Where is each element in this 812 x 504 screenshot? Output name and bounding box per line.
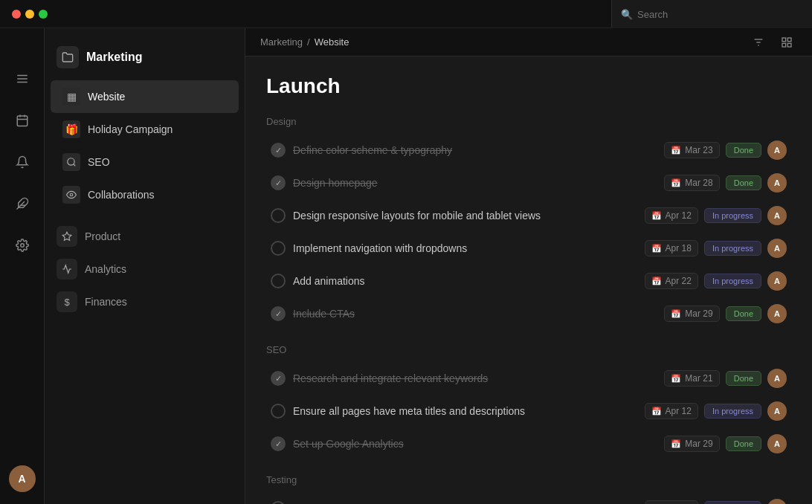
task-title: Implement navigation with dropdowns — [293, 242, 637, 254]
breadcrumb: Marketing / Website — [260, 36, 349, 48]
search-input[interactable] — [637, 9, 803, 20]
task-title: Research and integrate relevant keywords — [293, 372, 657, 384]
calendar-icon: 📅 — [671, 178, 681, 188]
icon-bar: A — [0, 28, 45, 504]
task-row[interactable]: Ensure all pages have meta titles and de… — [266, 395, 791, 427]
task-check-done[interactable] — [271, 306, 286, 321]
sidebar-group-product[interactable]: Product — [45, 220, 245, 253]
nav-calendar-icon[interactable] — [9, 107, 36, 134]
svg-rect-20 — [787, 43, 791, 47]
sidebar-header: Marketing — [45, 40, 245, 80]
sidebar-item-website[interactable]: ▦ Website — [51, 80, 239, 113]
task-check-done[interactable] — [271, 371, 286, 386]
search-icon: 🔍 — [621, 9, 633, 20]
task-meta: 📅 Apr 12In progressA — [645, 206, 787, 225]
status-badge: In progress — [704, 274, 761, 288]
sidebar-group-analytics-label: Analytics — [85, 263, 126, 275]
task-check-done[interactable] — [271, 143, 286, 158]
task-row[interactable]: Design homepage📅 Mar 28DoneA — [266, 167, 791, 198]
task-date: 📅 Apr 18 — [645, 240, 698, 256]
user-avatar[interactable]: A — [9, 465, 36, 492]
task-date: 📅 Mar 23 — [664, 142, 719, 158]
calendar-icon: 📅 — [671, 374, 681, 384]
breadcrumb-parent: Marketing — [260, 36, 303, 48]
content-area: Launch DesignDefine color scheme & typog… — [245, 56, 812, 504]
task-check-open[interactable] — [271, 501, 286, 504]
page-title: Launch — [266, 74, 791, 98]
task-check-open[interactable] — [271, 274, 286, 288]
calendar-icon: 📅 — [671, 146, 681, 155]
sidebar-item-holiday-campaign[interactable]: 🎁 Holiday Campaign — [51, 113, 239, 146]
task-row[interactable]: Set up Google Analytics📅 Mar 29DoneA — [266, 428, 791, 459]
sidebar-item-collaborations-label: Collaborations — [88, 189, 155, 201]
task-meta: 📅 Mar 21DoneA — [664, 369, 787, 388]
task-check-open[interactable] — [271, 241, 286, 256]
task-check-done[interactable] — [271, 436, 286, 451]
sidebar-item-seo-label: SEO — [88, 156, 110, 168]
task-meta: 📅 Apr 12In progressA — [645, 401, 787, 421]
svg-rect-17 — [782, 38, 786, 42]
task-date: 📅 Mar 28 — [664, 175, 719, 191]
task-meta: 📅 Mar 28DoneA — [664, 173, 787, 193]
calendar-icon: 📅 — [671, 309, 681, 319]
task-meta: 📅 Mar 29DoneA — [664, 304, 787, 323]
task-row[interactable]: Include CTAs📅 Mar 29DoneA — [266, 298, 791, 329]
task-check-open[interactable] — [271, 208, 286, 223]
close-button[interactable] — [12, 10, 21, 19]
task-list-0: Define color scheme & typography📅 Mar 23… — [266, 135, 791, 329]
status-badge: Done — [726, 143, 761, 158]
task-avatar: A — [767, 206, 787, 225]
task-check-done[interactable] — [271, 175, 286, 190]
task-check-open[interactable] — [271, 404, 286, 419]
analytics-icon — [57, 259, 77, 280]
status-badge: In progress — [704, 241, 761, 256]
task-avatar: A — [767, 173, 787, 193]
nav-list-icon[interactable] — [9, 65, 36, 92]
task-title: Define color scheme & typography — [293, 144, 657, 156]
sidebar-group: Product Analytics $ Finances — [45, 220, 245, 318]
finances-icon: $ — [57, 291, 77, 312]
task-title: Ensure all pages have meta titles and de… — [293, 405, 637, 417]
task-date: 📅 Mar 29 — [664, 436, 719, 452]
task-meta: 📅 Apr 28In progressA — [645, 499, 787, 504]
task-row[interactable]: Conduct usability testing with a small g… — [266, 493, 791, 504]
task-date: 📅 Mar 29 — [664, 306, 719, 322]
product-icon — [57, 226, 77, 247]
sidebar-item-collaborations[interactable]: Collaborations — [51, 178, 239, 211]
sidebar-header-icon — [57, 46, 79, 68]
calendar-icon: 📅 — [671, 439, 681, 449]
sidebar-group-finances[interactable]: $ Finances — [45, 285, 245, 318]
sidebar-group-product-label: Product — [85, 230, 120, 242]
main-topbar: Marketing / Website — [245, 28, 812, 56]
section-label-1: SEO — [266, 344, 791, 355]
nav-settings-icon[interactable] — [9, 232, 36, 259]
main-content: Marketing / Website La — [245, 28, 812, 504]
sidebar-group-finances-label: Finances — [85, 296, 127, 308]
task-row[interactable]: Define color scheme & typography📅 Mar 23… — [266, 135, 791, 166]
task-title: Design responsive layouts for mobile and… — [293, 210, 637, 222]
status-badge: Done — [726, 306, 761, 321]
task-row[interactable]: Design responsive layouts for mobile and… — [266, 200, 791, 231]
task-meta: 📅 Apr 22In progressA — [645, 271, 787, 291]
seo-icon — [62, 153, 80, 171]
minimize-button[interactable] — [25, 10, 34, 19]
sidebar-group-analytics[interactable]: Analytics — [45, 253, 245, 285]
task-title: Design homepage — [293, 177, 657, 189]
task-row[interactable]: Add animations📅 Apr 22In progressA — [266, 265, 791, 297]
maximize-button[interactable] — [39, 10, 48, 19]
sidebar-item-seo[interactable]: SEO — [51, 146, 239, 178]
sidebar-item-holiday-label: Holiday Campaign — [88, 123, 173, 135]
svg-point-10 — [68, 158, 74, 165]
task-row[interactable]: Implement navigation with dropdowns📅 Apr… — [266, 233, 791, 264]
nav-puzzle-icon[interactable] — [9, 190, 36, 217]
task-row[interactable]: Research and integrate relevant keywords… — [266, 363, 791, 394]
status-badge: Done — [726, 371, 761, 386]
svg-rect-3 — [17, 116, 28, 126]
svg-line-11 — [74, 164, 76, 167]
sidebar-title: Marketing — [86, 51, 143, 64]
grid-view-icon[interactable] — [776, 32, 797, 53]
task-meta: 📅 Mar 29DoneA — [664, 434, 787, 453]
nav-bell-icon[interactable] — [9, 149, 36, 175]
filter-icon[interactable] — [748, 32, 769, 53]
task-avatar: A — [767, 239, 787, 258]
